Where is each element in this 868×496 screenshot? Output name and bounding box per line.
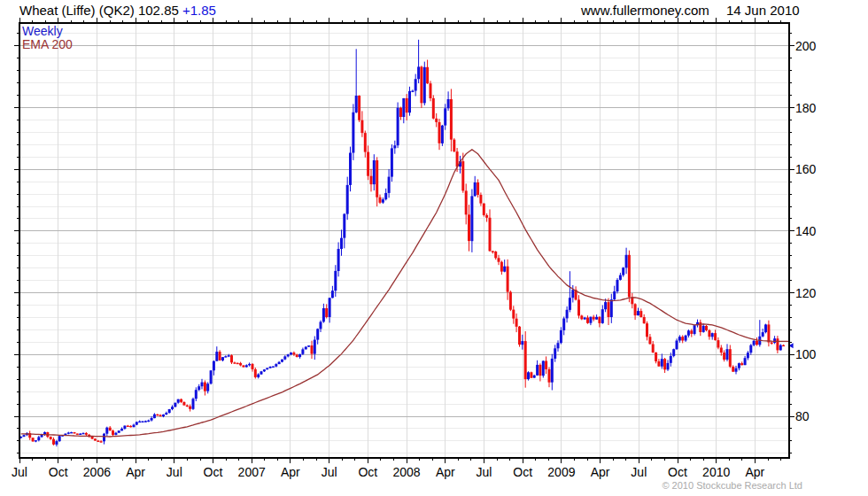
candle-body xyxy=(619,275,622,280)
candle-body xyxy=(263,369,266,371)
candle-body xyxy=(224,356,227,357)
candle-body xyxy=(50,437,52,439)
candle-body xyxy=(76,434,79,435)
candle-body xyxy=(589,317,592,323)
candle-body xyxy=(367,152,369,176)
candle-body xyxy=(663,359,666,369)
candle-body xyxy=(406,98,408,112)
candle-body xyxy=(779,345,782,351)
candle-body xyxy=(100,441,103,442)
x-axis-label: 2008 xyxy=(392,465,420,479)
candle-body xyxy=(171,407,174,409)
candle-body xyxy=(325,308,328,317)
candle-body xyxy=(678,337,681,340)
candle-body xyxy=(726,349,729,360)
candle-body xyxy=(337,249,340,271)
candle-body xyxy=(483,204,485,215)
candle-body xyxy=(690,330,693,334)
y-axis-label: 80 xyxy=(795,409,810,423)
candle-body xyxy=(215,352,218,361)
candle-body xyxy=(782,345,785,346)
legend-ema-label: EMA 200 xyxy=(22,37,73,51)
candle-body xyxy=(201,383,204,387)
candle-body xyxy=(548,369,551,383)
y-axis-label: 160 xyxy=(795,162,817,176)
candle-body xyxy=(23,435,26,437)
candle-body xyxy=(334,271,337,291)
plot-frame xyxy=(19,23,789,458)
y-axis-label: 120 xyxy=(795,286,817,300)
candle-body xyxy=(252,364,254,369)
candle-body xyxy=(221,357,224,360)
candle-body xyxy=(156,415,159,415)
candle-body xyxy=(530,372,532,377)
candle-body xyxy=(316,329,319,339)
candle-body xyxy=(554,348,556,359)
candle-body xyxy=(489,218,492,252)
candle-body xyxy=(634,304,637,315)
candle-body xyxy=(364,133,367,152)
x-axis-label: Apr xyxy=(591,465,610,479)
candle-body xyxy=(210,370,213,384)
candle-body xyxy=(123,426,126,429)
candle-body xyxy=(521,341,523,345)
candle-body xyxy=(349,153,352,185)
candle-body xyxy=(661,359,663,367)
candle-body xyxy=(524,341,527,379)
candle-body xyxy=(165,413,167,415)
candle-body xyxy=(628,255,631,298)
candle-body xyxy=(120,429,123,430)
candle-body xyxy=(19,437,22,438)
candle-body xyxy=(114,433,117,435)
candle-body xyxy=(37,437,40,440)
candle-body xyxy=(566,310,569,319)
candle-body xyxy=(657,361,660,367)
candle-body xyxy=(625,255,628,268)
candle-body xyxy=(260,371,263,374)
candle-body xyxy=(109,428,112,431)
candle-body xyxy=(127,426,129,427)
candle-body xyxy=(228,355,230,356)
candle-body xyxy=(97,441,99,442)
candle-body xyxy=(168,409,171,413)
candle-body xyxy=(461,161,464,190)
x-axis-label: 2009 xyxy=(547,465,575,479)
candle-body xyxy=(518,327,521,345)
candle-body xyxy=(503,267,506,272)
candle-body xyxy=(388,177,391,193)
candle-body xyxy=(450,99,453,140)
x-axis-label: Oct xyxy=(204,465,223,479)
candle-body xyxy=(85,433,88,435)
candle-body xyxy=(399,108,402,117)
candle-body xyxy=(545,361,547,369)
candle-body xyxy=(142,422,144,422)
candle-body xyxy=(708,330,710,337)
candle-body xyxy=(314,340,316,354)
candle-body xyxy=(492,251,494,252)
candle-body xyxy=(507,267,509,292)
candle-body xyxy=(254,369,257,377)
x-axis-label: Apr xyxy=(126,465,145,479)
candle-body xyxy=(411,91,414,92)
candle-body xyxy=(162,415,165,416)
candle-body xyxy=(720,348,723,353)
candle-body xyxy=(536,365,539,376)
candle-body xyxy=(569,298,571,310)
candle-body xyxy=(290,353,292,354)
candle-body xyxy=(373,160,376,184)
candle-body xyxy=(242,366,244,368)
candle-body xyxy=(639,311,642,317)
candle-body xyxy=(239,363,242,366)
candle-body xyxy=(735,368,738,372)
candle-body xyxy=(180,399,182,402)
candle-body xyxy=(283,356,286,359)
candle-body xyxy=(343,214,345,238)
candle-body xyxy=(320,322,322,329)
candle-body xyxy=(470,196,473,241)
y-axis-label: 200 xyxy=(795,39,817,53)
candle-body xyxy=(477,182,479,195)
candle-body xyxy=(340,238,343,249)
candle-body xyxy=(551,359,554,383)
candle-body xyxy=(652,345,655,353)
candle-body xyxy=(580,315,583,319)
